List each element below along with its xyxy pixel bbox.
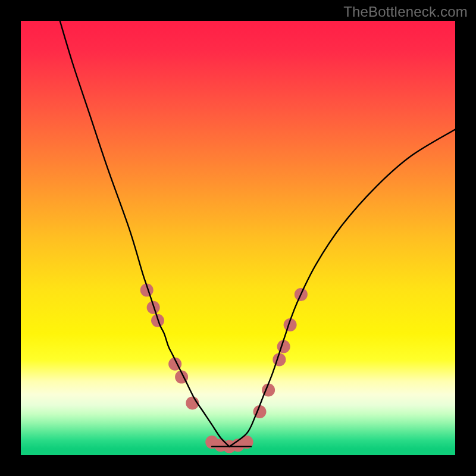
watermark-text: TheBottleneck.com <box>343 4 468 20</box>
bottleneck-curve-right <box>229 130 455 447</box>
bottleneck-curve-left <box>60 21 230 446</box>
chart-stage: TheBottleneck.com <box>0 0 476 476</box>
plot-area <box>21 21 455 455</box>
marker-group <box>140 284 308 453</box>
curve-layer <box>21 21 455 455</box>
